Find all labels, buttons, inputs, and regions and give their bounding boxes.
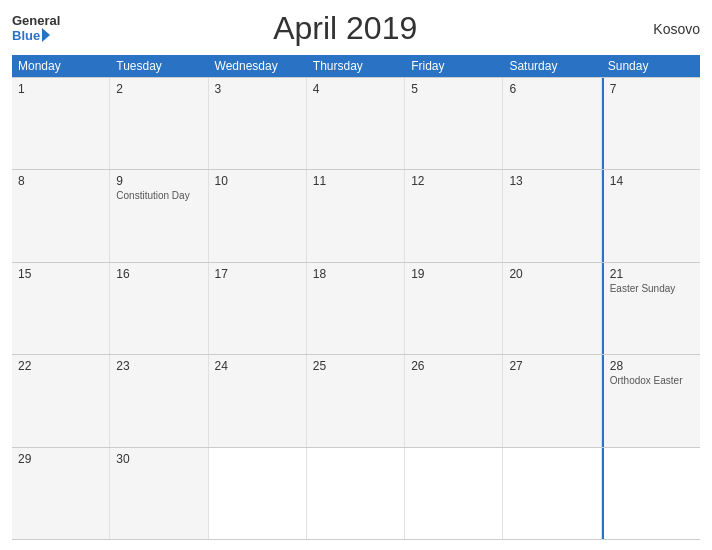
calendar-page: General Blue April 2019 Kosovo Monday Tu… — [0, 0, 712, 550]
holiday-name: Easter Sunday — [610, 283, 694, 295]
day-cell: 14 — [602, 170, 700, 261]
day-number: 1 — [18, 82, 103, 96]
week-row-4: 22232425262728Orthodox Easter — [12, 354, 700, 446]
day-number: 27 — [509, 359, 594, 373]
calendar: Monday Tuesday Wednesday Thursday Friday… — [12, 55, 700, 540]
day-cell: 21Easter Sunday — [602, 263, 700, 354]
header-wednesday: Wednesday — [209, 55, 307, 77]
day-cell: 16 — [110, 263, 208, 354]
day-cell: 26 — [405, 355, 503, 446]
day-number: 26 — [411, 359, 496, 373]
day-cell: 27 — [503, 355, 601, 446]
day-cell: 5 — [405, 78, 503, 169]
day-number: 10 — [215, 174, 300, 188]
day-cell: 22 — [12, 355, 110, 446]
day-cell: 3 — [209, 78, 307, 169]
holiday-name: Orthodox Easter — [610, 375, 694, 387]
day-number: 4 — [313, 82, 398, 96]
day-cell: 7 — [602, 78, 700, 169]
day-number: 20 — [509, 267, 594, 281]
day-cell: 23 — [110, 355, 208, 446]
day-cell: 10 — [209, 170, 307, 261]
day-number: 22 — [18, 359, 103, 373]
day-number: 9 — [116, 174, 201, 188]
day-number: 12 — [411, 174, 496, 188]
week-row-3: 15161718192021Easter Sunday — [12, 262, 700, 354]
day-number: 15 — [18, 267, 103, 281]
day-number: 7 — [610, 82, 694, 96]
day-cell: 24 — [209, 355, 307, 446]
day-cell — [307, 448, 405, 539]
day-cell: 13 — [503, 170, 601, 261]
day-headers: Monday Tuesday Wednesday Thursday Friday… — [12, 55, 700, 77]
day-cell: 28Orthodox Easter — [602, 355, 700, 446]
day-number: 8 — [18, 174, 103, 188]
day-number: 24 — [215, 359, 300, 373]
day-cell: 18 — [307, 263, 405, 354]
day-number: 2 — [116, 82, 201, 96]
day-cell: 1 — [12, 78, 110, 169]
logo: General Blue — [12, 14, 60, 43]
day-number: 16 — [116, 267, 201, 281]
header-sunday: Sunday — [602, 55, 700, 77]
day-cell: 15 — [12, 263, 110, 354]
day-number: 13 — [509, 174, 594, 188]
country-name: Kosovo — [630, 21, 700, 37]
day-number: 17 — [215, 267, 300, 281]
day-number: 19 — [411, 267, 496, 281]
day-cell: 19 — [405, 263, 503, 354]
day-cell: 9Constitution Day — [110, 170, 208, 261]
day-number: 5 — [411, 82, 496, 96]
logo-general-text: General — [12, 14, 60, 28]
day-number: 28 — [610, 359, 694, 373]
day-number: 25 — [313, 359, 398, 373]
logo-triangle-icon — [42, 28, 50, 42]
week-row-1: 1234567 — [12, 77, 700, 169]
day-cell: 6 — [503, 78, 601, 169]
day-number: 30 — [116, 452, 201, 466]
day-number: 23 — [116, 359, 201, 373]
day-number: 11 — [313, 174, 398, 188]
header-friday: Friday — [405, 55, 503, 77]
month-title: April 2019 — [60, 10, 630, 47]
day-cell: 17 — [209, 263, 307, 354]
header-thursday: Thursday — [307, 55, 405, 77]
day-cell — [602, 448, 700, 539]
day-cell: 11 — [307, 170, 405, 261]
day-cell — [209, 448, 307, 539]
day-cell: 20 — [503, 263, 601, 354]
day-number: 29 — [18, 452, 103, 466]
calendar-grid: 123456789Constitution Day101112131415161… — [12, 77, 700, 540]
day-number: 14 — [610, 174, 694, 188]
day-cell: 25 — [307, 355, 405, 446]
holiday-name: Constitution Day — [116, 190, 201, 202]
day-cell: 2 — [110, 78, 208, 169]
day-cell: 29 — [12, 448, 110, 539]
day-number: 6 — [509, 82, 594, 96]
page-header: General Blue April 2019 Kosovo — [12, 10, 700, 47]
header-saturday: Saturday — [503, 55, 601, 77]
week-row-2: 89Constitution Day1011121314 — [12, 169, 700, 261]
day-cell: 8 — [12, 170, 110, 261]
week-row-5: 2930 — [12, 447, 700, 540]
day-number: 3 — [215, 82, 300, 96]
day-cell: 30 — [110, 448, 208, 539]
day-cell: 4 — [307, 78, 405, 169]
day-cell: 12 — [405, 170, 503, 261]
logo-blue-text: Blue — [12, 29, 50, 43]
header-monday: Monday — [12, 55, 110, 77]
day-cell — [503, 448, 601, 539]
day-number: 21 — [610, 267, 694, 281]
day-cell — [405, 448, 503, 539]
header-tuesday: Tuesday — [110, 55, 208, 77]
day-number: 18 — [313, 267, 398, 281]
